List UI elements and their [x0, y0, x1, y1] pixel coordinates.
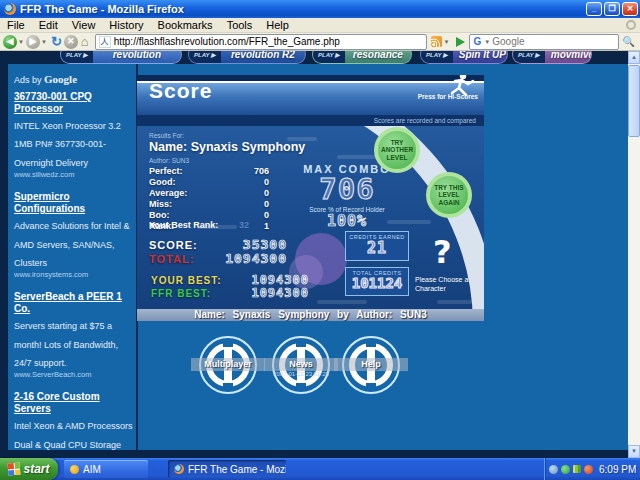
- minimize-button[interactable]: _: [586, 2, 602, 16]
- try-this-level-again-button[interactable]: TRY THIS LEVEL AGAIN: [426, 172, 472, 218]
- results-for-label: Results For:: [149, 132, 184, 139]
- search-engine-dropdown-icon[interactable]: ▼: [484, 39, 490, 45]
- menu-file[interactable]: File: [0, 19, 32, 31]
- news-label: News: [264, 358, 338, 371]
- url-input[interactable]: [114, 36, 426, 47]
- title-bar: FFR The Game - Mozilla Firefox _ ❐ ✕: [0, 0, 640, 18]
- notch: [223, 340, 233, 347]
- stop-icon: ✕: [64, 35, 78, 49]
- browser-window: FFR The Game - Mozilla Firefox _ ❐ ✕ Fil…: [0, 0, 640, 480]
- forward-button[interactable]: ▶▼: [26, 35, 49, 49]
- address-bar[interactable]: 人: [95, 34, 427, 50]
- ad-item: 367730-001 CPQ Processor INTEL Xeon Proc…: [14, 91, 134, 180]
- your-best-value: 1094300: [229, 273, 309, 287]
- scrollbar-thumb[interactable]: [628, 65, 640, 137]
- news-date: 2007-01-22 23:52:28: [260, 371, 342, 377]
- ad-title-link[interactable]: Supermicro Configurations: [14, 191, 134, 215]
- max-combo-value: 706: [285, 175, 409, 204]
- ads-sidebar: Ads by Google 367730-001 CPQ Processor I…: [14, 73, 134, 458]
- tab-spin-it-up[interactable]: PLAY ▶Spin It UP!: [420, 51, 508, 64]
- restore-button[interactable]: ❐: [604, 2, 620, 16]
- magnifier-icon: 🔍: [623, 36, 635, 47]
- menu-view[interactable]: View: [65, 19, 103, 31]
- ad-url-link[interactable]: www.ServerBeach.com: [14, 371, 134, 380]
- recorded-note: Scores are recorded and compared: [137, 115, 484, 126]
- home-button[interactable]: ⌂: [81, 34, 89, 49]
- status-tray-icon[interactable]: [561, 465, 570, 474]
- question-mark: ?: [433, 233, 452, 271]
- tab-resonance[interactable]: PLAY ▶resonance: [312, 51, 412, 64]
- clock: 6:09 PM: [599, 464, 636, 475]
- menu-help[interactable]: Help: [259, 19, 296, 31]
- go-dropdown-icon[interactable]: ▼: [444, 39, 450, 45]
- task-ffr-firefox[interactable]: FFR The Game - Mozil...: [168, 460, 286, 478]
- news-button[interactable]: News 2007-01-22 23:52:28: [272, 336, 330, 394]
- page-viewport: PLAY ▶revolution PLAY ▶revolution R2 PLA…: [0, 51, 640, 458]
- score-label: SCORE:: [149, 239, 198, 251]
- scroll-down-button[interactable]: ▼: [628, 445, 640, 458]
- score-value: 35300: [197, 237, 287, 252]
- choose-character-label: Please Choose a Character: [415, 276, 479, 294]
- menu-bookmarks[interactable]: Bookmarks: [151, 19, 220, 31]
- ad-item: 2-16 Core Custom Servers Intel Xeon & AM…: [14, 391, 134, 458]
- reload-button[interactable]: ↻: [51, 34, 62, 49]
- aim-tray-icon[interactable]: [584, 465, 593, 474]
- vertical-scrollbar[interactable]: ▲ ▼: [628, 51, 640, 458]
- menu-edit[interactable]: Edit: [32, 19, 65, 31]
- ffr-best-label: FFR BEST:: [151, 288, 211, 299]
- ad-body: Servers starting at $75 a month! Lots of…: [14, 321, 118, 369]
- best-rank-label: Your Best Rank:: [149, 220, 218, 230]
- try-another-level-button[interactable]: TRY ANOTHER LEVEL: [374, 127, 420, 173]
- stat-row: Miss:0: [149, 199, 269, 210]
- start-button[interactable]: start: [0, 458, 58, 480]
- play-arrow-label: PLAY ▶: [61, 51, 93, 63]
- press-for-hiscores-button[interactable]: Press for Hi-Scores: [408, 93, 478, 100]
- tab-movmivd[interactable]: PLAY ▶movmivd: [512, 51, 592, 64]
- tab-revolution[interactable]: PLAY ▶revolution: [60, 51, 182, 64]
- close-button[interactable]: ✕: [622, 2, 638, 16]
- stat-row: Perfect:706: [149, 166, 269, 177]
- search-box[interactable]: G ▼: [469, 34, 619, 50]
- score-title: Score: [149, 79, 212, 103]
- messenger-tray-icon[interactable]: [549, 465, 558, 474]
- site-favicon: 人: [99, 36, 111, 48]
- volume-tray-icon[interactable]: [573, 465, 581, 473]
- game-tabs-row: PLAY ▶revolution PLAY ▶revolution R2 PLA…: [0, 51, 640, 65]
- notch: [366, 383, 376, 390]
- navigation-toolbar: ◀▼ ▶▼ ↻ ✕ ⌂ 人 ▼ G ▼ 🔍: [0, 33, 640, 51]
- menu-tools[interactable]: Tools: [220, 19, 260, 31]
- menu-history[interactable]: History: [102, 19, 150, 31]
- notch: [296, 340, 306, 347]
- percent-value: 100%: [285, 214, 409, 229]
- notch: [223, 383, 233, 390]
- ad-url-link[interactable]: www.sillwedz.com: [14, 171, 134, 180]
- best-rank-value: 32: [239, 220, 249, 230]
- search-input[interactable]: [492, 36, 617, 47]
- firefox-icon: [4, 3, 16, 15]
- ad-title-link[interactable]: ServerBeach a PEER 1 Co.: [14, 291, 134, 315]
- play-arrow-label: PLAY ▶: [421, 51, 453, 63]
- song-name: Name: Synaxis Symphony: [149, 140, 305, 154]
- throbber-icon: [626, 20, 636, 30]
- back-button[interactable]: ◀▼: [3, 35, 26, 49]
- aim-icon: [70, 465, 79, 474]
- play-arrow-label: PLAY ▶: [313, 51, 345, 63]
- ad-url-link[interactable]: www.ironsystems.com: [14, 271, 134, 280]
- help-button[interactable]: Help: [342, 336, 400, 394]
- back-dropdown-icon[interactable]: ▼: [18, 39, 24, 45]
- stop-button[interactable]: ✕: [64, 35, 78, 49]
- ad-item: Supermicro Configurations Advance Soluti…: [14, 191, 134, 280]
- taskbar: start AIM FFR The Game - Mozil... 6:09 P…: [0, 458, 640, 480]
- scroll-up-button[interactable]: ▲: [628, 51, 640, 64]
- task-aim[interactable]: AIM: [64, 460, 148, 478]
- song-author: Author: SUN3: [149, 157, 189, 164]
- rss-feed-icon[interactable]: [431, 36, 442, 47]
- go-button[interactable]: [456, 37, 465, 47]
- multiplayer-button[interactable]: Multiplayer: [199, 336, 257, 394]
- tab-revolution-r2[interactable]: PLAY ▶revolution R2: [188, 51, 306, 64]
- bubble-decoration: [317, 300, 367, 304]
- ads-by-google-label: Ads by Google: [14, 73, 134, 85]
- ad-title-link[interactable]: 367730-001 CPQ Processor: [14, 91, 134, 115]
- forward-dropdown-icon[interactable]: ▼: [41, 39, 47, 45]
- ad-title-link[interactable]: 2-16 Core Custom Servers: [14, 391, 134, 415]
